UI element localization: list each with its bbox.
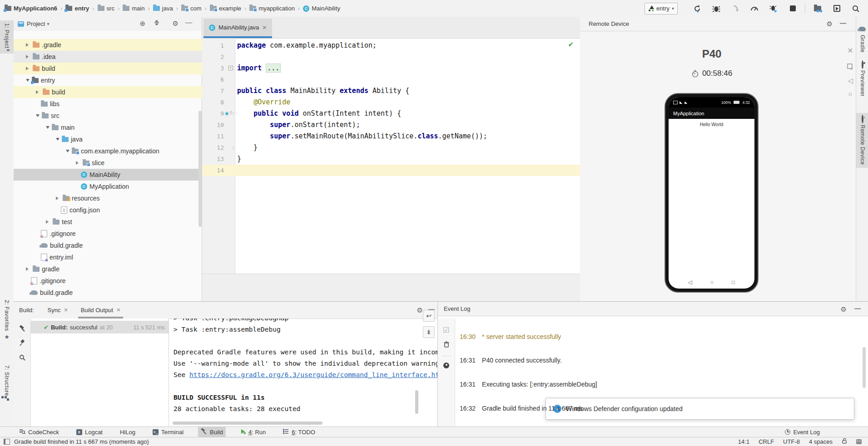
rerun-button[interactable] [688, 2, 707, 15]
minimize-icon[interactable]: — [185, 19, 192, 26]
event-log-entry[interactable]: 16:31P40 connected successfully. [460, 355, 562, 366]
tool-window-button-hilog[interactable]: HiLog [117, 427, 138, 437]
tree-item-build-gradle[interactable]: build.gradle [14, 287, 202, 299]
override-marker-icon[interactable] [225, 112, 229, 116]
tree-item-resources[interactable]: resources [14, 192, 202, 204]
event-log-entry[interactable]: 16:32Gradle build finished in 11 s 667 m… [460, 403, 583, 414]
chevron-right-icon[interactable] [76, 161, 80, 165]
tab-mainability[interactable]: C MainAbility.java ✕ [203, 19, 272, 36]
chevron-down-icon[interactable]: ▾ [47, 21, 49, 26]
chevron-right-icon[interactable] [26, 55, 30, 59]
console-link[interactable]: https://docs.gradle.org/6.3/userguide/co… [189, 371, 437, 378]
chevron-right-icon[interactable] [26, 43, 30, 47]
tree-item-build[interactable]: build [14, 86, 202, 98]
minimize-icon[interactable]: — [854, 305, 861, 312]
breadcrumb-item-myapplication[interactable]: myapplication [249, 5, 295, 12]
trash-icon[interactable] [443, 341, 450, 349]
tree-item-mainability[interactable]: CMainAbility [14, 169, 202, 181]
tab-sync[interactable]: Sync✕ [42, 302, 74, 319]
tool-window-button-run[interactable]: 4: Run [238, 427, 268, 437]
tool-strip-item-gradle[interactable]: Gradle [856, 23, 868, 55]
chevron-down-icon[interactable] [26, 79, 30, 83]
tree-item-libs[interactable]: libs [14, 98, 202, 110]
locate-file-icon[interactable]: ⊕ [139, 20, 145, 27]
breadcrumb-item-example[interactable]: example [210, 5, 241, 12]
status-message[interactable]: Gradle build finished in 11 s 667 ms (mo… [14, 438, 149, 445]
gear-icon[interactable]: ⚙ [417, 306, 423, 314]
chevron-down-icon[interactable] [56, 138, 60, 142]
inspect-magnifier-icon[interactable] [19, 354, 26, 363]
rotate-device-icon[interactable] [845, 63, 856, 70]
chevron-down-icon[interactable] [66, 150, 69, 154]
chevron-down-icon[interactable] [36, 114, 40, 119]
scroll-to-end-icon[interactable]: ⇟ [423, 326, 435, 338]
gear-icon[interactable]: ⚙ [173, 20, 179, 27]
chevron-right-icon[interactable] [36, 90, 40, 94]
close-icon[interactable]: ✕ [64, 307, 68, 313]
status-item-crlf[interactable]: CRLF [759, 438, 774, 445]
fold-region-start-icon[interactable]: ▽ [232, 112, 234, 116]
nav-recents-icon[interactable]: □ [732, 279, 735, 285]
run-config-selector[interactable]: entry ▾ [645, 3, 678, 15]
status-item-4-spaces[interactable]: 4 spaces [809, 438, 833, 445]
tool-window-button-todo[interactable]: 6: TODO [280, 427, 318, 437]
tool-strip-item-7-structure[interactable]: 7: Structure [0, 363, 14, 401]
close-session-icon[interactable]: ✕ [845, 46, 856, 55]
status-item-14-1[interactable]: 14:1 [738, 438, 749, 445]
lock-icon[interactable] [842, 438, 847, 446]
tree-scrollbar[interactable] [198, 111, 202, 227]
chevron-right-icon[interactable] [26, 67, 30, 70]
tree-item-com-example-myapplication[interactable]: com.example.myapplication [14, 145, 202, 157]
tree-item--idea[interactable]: .idea [14, 51, 202, 63]
breadcrumb-item-java[interactable]: java [153, 5, 173, 12]
event-log-button[interactable]: Event Log [785, 429, 820, 436]
attach-debugger-button[interactable] [764, 2, 783, 15]
inspection-ok-icon[interactable]: ✔ [568, 40, 574, 49]
collapse-all-icon[interactable] [154, 19, 160, 28]
fold-region-end-icon[interactable]: △ [232, 146, 234, 150]
event-log-scrollbar[interactable] [863, 347, 866, 388]
project-panel-title[interactable]: Project [27, 20, 45, 27]
tree-item-build[interactable]: build [14, 63, 202, 74]
device-screen-mirror[interactable]: 100% 4:32 MyApplication Hello World ◁ ○ … [665, 93, 759, 293]
nav-home-icon[interactable]: ○ [710, 279, 714, 285]
build-console[interactable]: > Task :entry:packageDebugHap> Task :ent… [169, 319, 437, 426]
console-hscrollbar[interactable] [173, 421, 322, 425]
tool-window-button-terminal[interactable]: >_Terminal [150, 427, 186, 437]
tree-item-build-gradle[interactable]: build.gradle [14, 240, 202, 251]
tab-build-output[interactable]: Build Output✕ [75, 302, 126, 319]
tree-item-main[interactable]: main [14, 122, 202, 133]
gear-icon[interactable]: ⚙ [841, 305, 847, 314]
tree-item-java[interactable]: java [14, 133, 202, 145]
run-window-button[interactable] [827, 2, 846, 15]
device-back-icon[interactable]: ◁ [845, 77, 856, 85]
console-vscrollbar[interactable] [415, 390, 418, 414]
profiler-button[interactable] [745, 2, 764, 15]
tree-item--gradle[interactable]: .gradle [14, 39, 202, 51]
breadcrumb-item-entry[interactable]: entry [65, 5, 89, 12]
chevron-right-icon[interactable] [26, 267, 30, 271]
nav-back-icon[interactable]: ◁ [688, 279, 692, 285]
rebuild-hammer-icon[interactable] [19, 325, 26, 333]
breadcrumb-item-main[interactable]: main [123, 5, 144, 12]
tool-strip-item-previewer[interactable]: Previewer [856, 59, 868, 99]
status-item-utf-8[interactable]: UTF-8 [783, 438, 800, 445]
event-log-entry[interactable]: 16:31Executing tasks: [:entry:assembleDe… [460, 379, 597, 390]
tool-strip-item-2-favorites[interactable]: 2: Favorites★ [0, 297, 14, 343]
device-file-browser-button[interactable] [808, 2, 827, 15]
breadcrumb-item-src[interactable]: src [98, 5, 114, 12]
device-home-icon[interactable]: ○ [845, 90, 856, 98]
tree-item-test[interactable]: test [14, 216, 202, 228]
tree-item--gitignore[interactable]: .gitignore [14, 228, 202, 240]
fold-expand-icon[interactable]: + [228, 66, 233, 70]
stop-button[interactable] [783, 2, 802, 15]
debug-button[interactable] [707, 2, 726, 15]
tool-window-button-codecheck[interactable]: CodeCheck [16, 427, 62, 437]
editor-body[interactable]: 1package com.example.myapplication;23+im… [202, 38, 580, 274]
event-log-entry[interactable]: 16:30* server started successfully [460, 331, 561, 342]
chevron-right-icon[interactable] [56, 196, 60, 200]
tool-strip-item-1-project[interactable]: 1: Project [0, 20, 14, 54]
tree-item-entry[interactable]: entry [14, 74, 202, 86]
tree-item-slice[interactable]: slice [14, 157, 202, 169]
soft-wrap-icon[interactable]: ↩ [423, 310, 435, 322]
